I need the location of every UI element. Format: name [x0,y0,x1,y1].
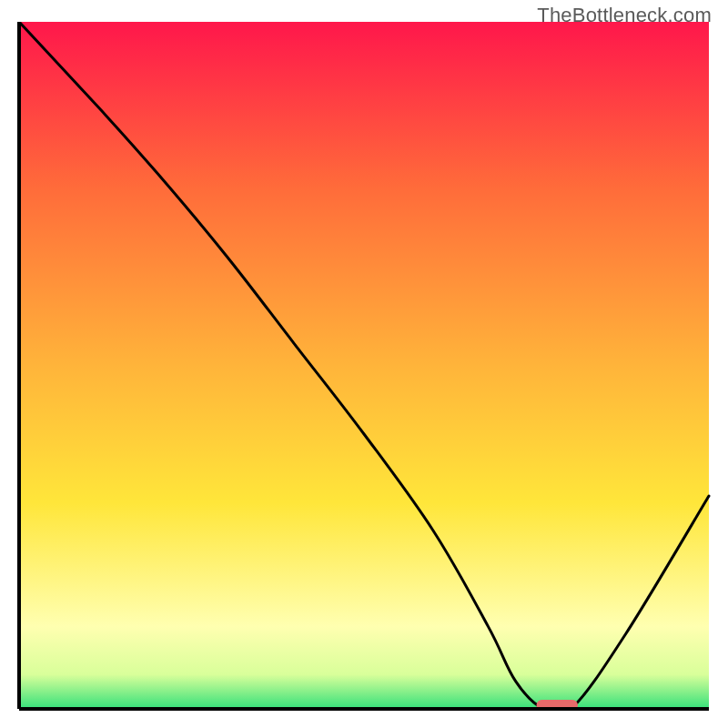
gradient-background [19,22,709,709]
watermark-text: TheBottleneck.com [537,4,712,27]
chart-area [17,22,711,711]
bottleneck-chart-svg [17,22,711,711]
